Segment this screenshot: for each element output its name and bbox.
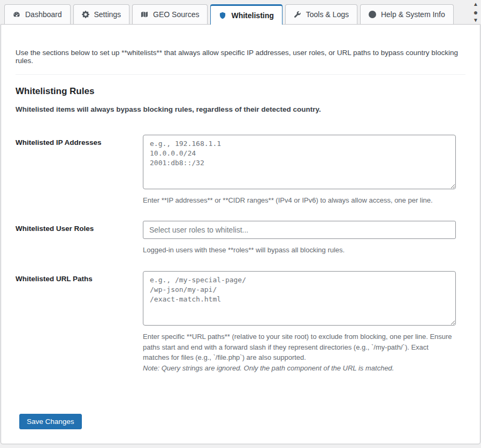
save-row: Save Changes — [16, 414, 465, 429]
scrollbar[interactable]: ▲ ● ▼ — [471, 1, 480, 24]
tab-label: Whitelisting — [231, 11, 273, 20]
ip-addresses-label: Whitelisted IP Addresses — [16, 135, 143, 206]
url-paths-help: Enter specific **URL paths** (relative t… — [143, 333, 452, 361]
tab-bar: Dashboard Settings GEO Sources Whitelist… — [0, 0, 481, 24]
user-roles-help: Logged-in users with these **roles** wil… — [143, 245, 456, 256]
map-icon — [141, 11, 148, 18]
url-paths-textarea[interactable] — [143, 271, 456, 326]
user-roles-input[interactable] — [143, 221, 456, 239]
help-icon — [369, 11, 376, 18]
tab-whitelisting[interactable]: Whitelisting — [210, 4, 282, 25]
divider — [16, 74, 465, 75]
tab-help-system-info[interactable]: Help & System Info — [360, 4, 454, 24]
tab-label: Dashboard — [25, 10, 62, 19]
tab-dashboard[interactable]: Dashboard — [4, 4, 71, 24]
url-paths-note: Note: Query strings are ignored. Only th… — [143, 363, 456, 374]
shield-icon — [219, 12, 226, 19]
ip-addresses-row: Whitelisted IP Addresses Enter **IP addr… — [16, 135, 465, 206]
page-title: Whitelisting Rules — [16, 86, 465, 97]
url-paths-row: Whitelisted URL Paths Enter specific **U… — [16, 271, 465, 373]
dashboard-icon — [13, 11, 20, 18]
user-roles-label: Whitelisted User Roles — [16, 221, 143, 256]
tab-geo-sources[interactable]: GEO Sources — [132, 4, 208, 24]
tab-label: Settings — [94, 10, 121, 19]
scroll-up-icon[interactable]: ▲ — [473, 2, 478, 7]
user-roles-row: Whitelisted User Roles Logged-in users w… — [16, 221, 465, 256]
wrench-icon — [294, 11, 301, 18]
gear-icon — [82, 11, 89, 18]
tab-tools-logs[interactable]: Tools & Logs — [285, 4, 357, 24]
section-subtitle: Whitelisted items will always bypass blo… — [16, 105, 465, 113]
ip-addresses-help: Enter **IP addresses** or **CIDR ranges*… — [143, 195, 456, 206]
tab-settings[interactable]: Settings — [73, 4, 130, 24]
tab-label: Help & System Info — [381, 10, 445, 19]
intro-text: Use the sections below to set up **white… — [16, 49, 465, 65]
scroll-down-icon[interactable]: ▼ — [473, 18, 478, 23]
scrollbar-thumb[interactable]: ● — [474, 9, 478, 16]
tab-label: GEO Sources — [153, 10, 199, 19]
whitelisting-panel: Use the sections below to set up **white… — [1, 24, 480, 444]
url-paths-label: Whitelisted URL Paths — [16, 271, 143, 373]
tab-label: Tools & Logs — [306, 10, 349, 19]
ip-addresses-textarea[interactable] — [143, 135, 456, 189]
save-button[interactable]: Save Changes — [19, 414, 82, 429]
